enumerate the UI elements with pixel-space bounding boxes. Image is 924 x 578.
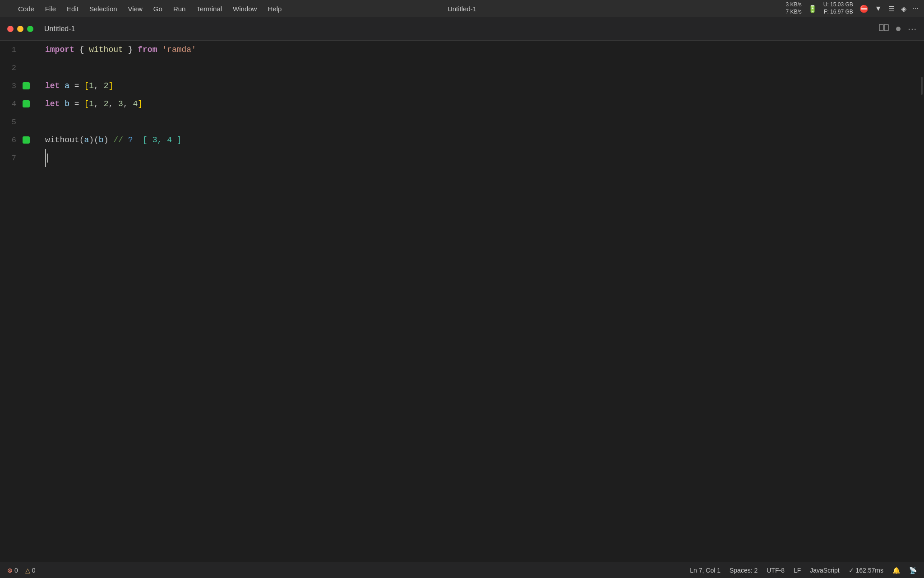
traffic-lights (7, 26, 33, 32)
gutter-row-7: 7 (0, 149, 36, 167)
line-number-3: 3 (0, 82, 23, 90)
token: without (45, 135, 79, 144)
menu-go[interactable]: Go (149, 3, 167, 14)
siri-icon: ◈ (901, 5, 906, 13)
warning-icon: △ (25, 567, 30, 574)
code-line-4: let b = [1, 2, 3, 4] (45, 95, 918, 113)
tabbar-actions: ··· (879, 23, 917, 34)
code-line-6: without(a)(b) // ? [ 3, 4 ] (45, 131, 918, 149)
split-editor-button[interactable] (879, 24, 889, 33)
encoding[interactable]: UTF-8 (767, 567, 785, 574)
dirty-indicator (896, 27, 901, 31)
token: [ (133, 135, 152, 144)
token: import (45, 45, 74, 54)
token (60, 99, 65, 108)
token: 3 (152, 135, 157, 144)
line-indicator-7 (23, 154, 30, 162)
token: ] (138, 99, 143, 108)
error-count[interactable]: ⊗ 0 (7, 567, 18, 574)
menubar-right: 3 KB/s 7 KB/s 🔋 U: 15.03 GB F: 16.97 GB … (785, 1, 919, 15)
minimize-button[interactable] (17, 26, 23, 32)
line-number-6: 6 (0, 136, 23, 144)
scrollbar[interactable] (918, 41, 924, 562)
token: 4 (167, 135, 172, 144)
token: 2 (104, 99, 109, 108)
token: ] (108, 81, 113, 90)
token: 4 (133, 99, 138, 108)
more-actions-button[interactable]: ··· (908, 23, 917, 34)
menu-view[interactable]: View (124, 3, 147, 14)
token: } (123, 45, 138, 54)
text-cursor (47, 154, 48, 163)
code-line-3: let a = [1, 2] (45, 77, 918, 95)
language-mode[interactable]: JavaScript (810, 567, 839, 574)
line-indicator-5 (23, 118, 30, 126)
statusbar-right: Ln 7, Col 1 Spaces: 2 UTF-8 LF JavaScrip… (690, 567, 917, 574)
statusbar-left: ⊗ 0 △ 0 (7, 567, 36, 574)
statusbar: ⊗ 0 △ 0 Ln 7, Col 1 Spaces: 2 UTF-8 LF J… (0, 562, 924, 578)
line-gutter: 1234567 (0, 41, 36, 562)
line-indicator-1 (23, 46, 30, 53)
line-indicator-3 (23, 82, 30, 89)
token (60, 81, 65, 90)
line-ending[interactable]: LF (794, 567, 801, 574)
gutter-row-3: 3 (0, 77, 36, 95)
menu-code[interactable]: Code (14, 3, 39, 14)
token: { (74, 45, 89, 54)
timing: ✓ 162.57ms (849, 567, 883, 574)
token: a (65, 81, 69, 90)
menu-selection[interactable]: Selection (85, 3, 122, 14)
indentation[interactable]: Spaces: 2 (730, 567, 758, 574)
token: ( (79, 135, 84, 144)
token: 3 (118, 99, 123, 108)
menu-file[interactable]: File (41, 3, 60, 14)
gutter-row-1: 1 (0, 41, 36, 59)
menu-help[interactable]: Help (263, 3, 286, 14)
menu-terminal[interactable]: Terminal (192, 3, 226, 14)
tab-label[interactable]: Untitled-1 (44, 25, 75, 33)
line-indicator-2 (23, 64, 30, 71)
token: [ (84, 81, 89, 90)
gutter-row-2: 2 (0, 59, 36, 77)
menubar: Code File Edit Selection View Go Run Ter… (0, 0, 924, 17)
line-number-2: 2 (0, 64, 23, 72)
token: ) (104, 135, 109, 144)
gutter-row-5: 5 (0, 113, 36, 131)
token: 'ramda' (162, 45, 196, 54)
disk-status: U: 15.03 GB F: 16.97 GB (823, 1, 853, 15)
warning-count-value: 0 (32, 567, 36, 574)
token: [ (84, 99, 89, 108)
wifi-icon: ▼ (875, 5, 882, 13)
token: b (99, 135, 104, 144)
window-title-center: Untitled-1 (448, 5, 476, 13)
battery-icon: 🔋 (808, 5, 817, 13)
svg-rect-1 (884, 24, 888, 31)
line-indicator-6 (23, 136, 30, 144)
scrollbar-thumb (921, 77, 923, 95)
close-button[interactable] (7, 26, 14, 32)
token: b (65, 99, 69, 108)
line-indicator-4 (23, 100, 30, 107)
token: , (94, 81, 104, 90)
menu-window[interactable]: Window (228, 3, 261, 14)
line-number-1: 1 (0, 46, 23, 54)
code-area[interactable]: import { without } from 'ramda'let a = [… (36, 41, 918, 562)
line-number-5: 5 (0, 118, 23, 126)
tabbar: Untitled-1 ··· (0, 17, 924, 41)
more-icon: ··· (913, 5, 919, 13)
gutter-row-6: 6 (0, 131, 36, 149)
token: , (157, 135, 167, 144)
menu-run[interactable]: Run (169, 3, 190, 14)
code-line-5 (45, 113, 918, 131)
menu-items: Code File Edit Selection View Go Run Ter… (14, 3, 785, 14)
cursor-position[interactable]: Ln 7, Col 1 (690, 567, 721, 574)
warning-count[interactable]: △ 0 (25, 567, 36, 574)
notification-icon[interactable]: 🔔 (892, 567, 900, 574)
broadcast-icon[interactable]: 📡 (909, 567, 917, 574)
maximize-button[interactable] (27, 26, 33, 32)
code-line-2 (45, 59, 918, 77)
token: from (138, 45, 157, 54)
menu-edit[interactable]: Edit (62, 3, 83, 14)
dnd-icon: ⛔ (859, 5, 869, 13)
token: 2 (104, 81, 109, 90)
